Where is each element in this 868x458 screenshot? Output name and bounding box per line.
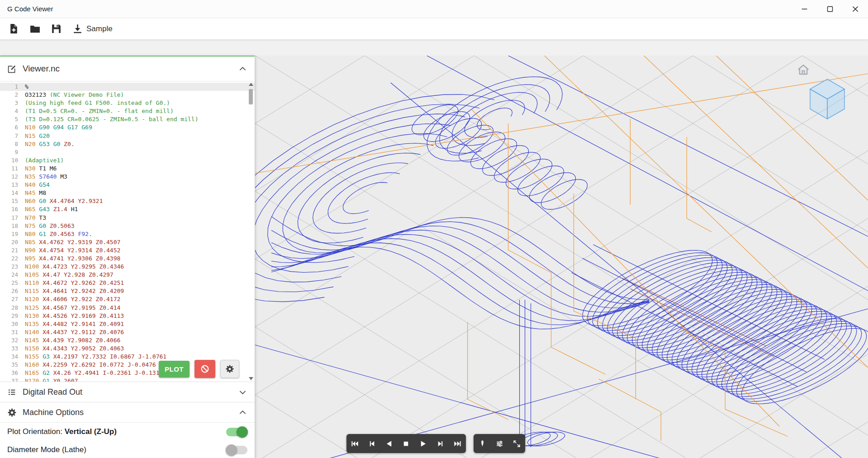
skip-start-icon — [351, 439, 359, 448]
line-number: 1 — [0, 83, 25, 91]
view-cube[interactable] — [805, 75, 850, 120]
plot-controls: PLOT — [159, 360, 239, 378]
line-number: 29 — [0, 312, 25, 320]
code-line[interactable]: 30N135 X4.4482 Y2.9141 Z0.4091 — [0, 320, 255, 328]
code-line[interactable]: 33N150 X4.4343 Y2.9052 Z0.4063 — [0, 345, 255, 353]
maximize-button[interactable] — [817, 0, 843, 18]
line-number: 34 — [0, 353, 25, 361]
code-line[interactable]: 22N95 X4.4741 Y2.9306 Z0.4398 — [0, 255, 255, 263]
code-line[interactable]: 20N85 X4.4762 Y2.9319 Z0.4507 — [0, 238, 255, 246]
skip-start-button[interactable] — [349, 435, 361, 452]
code-line[interactable]: 31N140 X4.4437 Y2.9112 Z0.4076 — [0, 328, 255, 336]
open-file-button[interactable] — [27, 20, 43, 37]
folder-icon — [29, 23, 41, 34]
code-line[interactable]: 14N45 M8 — [0, 189, 255, 197]
code-line[interactable]: 5(T3 D=0.125 CR=0.0625 - ZMIN=0.5 - ball… — [0, 115, 255, 123]
minimize-button[interactable] — [792, 0, 817, 18]
code-line[interactable]: 19N80 G1 Z0.4563 F92. — [0, 230, 255, 238]
expand-dro-chevron-icon[interactable] — [238, 387, 247, 397]
line-number: 4 — [0, 107, 25, 115]
step-forward-icon — [436, 439, 445, 448]
skip-end-button[interactable] — [451, 435, 464, 452]
code-line[interactable]: 9 — [0, 148, 255, 156]
line-number: 36 — [0, 369, 25, 377]
plot-orientation-toggle[interactable] — [226, 428, 247, 436]
code-text: N160 X4.2259 Y2.6292 I0.0772 J-0.0476 — [25, 361, 156, 369]
plot-settings-button[interactable] — [220, 360, 239, 378]
fullscreen-button[interactable] — [510, 435, 523, 452]
code-line[interactable]: 10(Adaptive1) — [0, 156, 255, 165]
line-number: 35 — [0, 361, 25, 369]
scroll-down-arrow-icon[interactable] — [249, 377, 253, 380]
save-button[interactable] — [48, 20, 65, 37]
code-line[interactable]: 6N10 G90 G94 G17 G69 — [0, 123, 255, 132]
line-number: 17 — [0, 214, 25, 222]
code-line[interactable]: 27N120 X4.4606 Y2.922 Z0.4172 — [0, 295, 255, 303]
show-tool-button[interactable] — [476, 435, 489, 452]
machine-options-header[interactable]: Machine Options — [0, 402, 255, 423]
line-number: 8 — [0, 140, 25, 148]
code-text: (T1 D=0.5 CR=0. - ZMIN=0. - flat end mil… — [25, 107, 174, 115]
line-number: 22 — [0, 255, 25, 263]
code-line[interactable]: 21N90 X4.4754 Y2.9314 Z0.4452 — [0, 246, 255, 255]
code-line[interactable]: 4(T1 D=0.5 CR=0. - ZMIN=0. - flat end mi… — [0, 107, 255, 115]
code-line[interactable]: 15N60 G0 X4.4764 Y2.9321 — [0, 197, 255, 205]
scrollbar-thumb[interactable] — [249, 89, 253, 104]
code-line[interactable]: 7N15 G20 — [0, 132, 255, 140]
line-number: 19 — [0, 230, 25, 238]
code-line[interactable]: 1% — [0, 83, 255, 91]
code-line[interactable]: 8N20 G53 G0 Z0. — [0, 140, 255, 148]
code-line[interactable]: 25N110 X4.4672 Y2.9262 Z0.4251 — [0, 279, 255, 287]
code-line[interactable]: 16N65 G43 Z1.4 H1 — [0, 205, 255, 213]
sample-button[interactable]: Sample — [69, 20, 115, 37]
diameter-mode-toggle[interactable] — [226, 446, 247, 454]
code-text: N115 X4.4641 Y2.9242 Z0.4209 — [25, 287, 124, 295]
code-line[interactable]: 32N145 X4.439 Y2.9082 Z0.4066 — [0, 336, 255, 345]
step-forward-button[interactable] — [434, 435, 446, 452]
toolpath-canvas — [255, 56, 868, 458]
code-line[interactable]: 26N115 X4.4641 Y2.9242 Z0.4209 — [0, 287, 255, 295]
code-text: N65 G43 Z1.4 H1 — [25, 205, 78, 213]
scroll-up-arrow-icon[interactable] — [249, 83, 253, 86]
play-button[interactable] — [417, 435, 430, 452]
code-line[interactable]: 13N40 G54 — [0, 181, 255, 189]
line-number: 26 — [0, 287, 25, 295]
code-line[interactable]: 24N105 X4.47 Y2.928 Z0.4297 — [0, 271, 255, 279]
collapse-editor-chevron-icon[interactable] — [238, 64, 247, 74]
stop-plot-button[interactable] — [194, 360, 215, 378]
minimize-icon — [800, 4, 810, 14]
sliders-icon — [495, 439, 504, 448]
code-line[interactable]: 29N130 X4.4526 Y2.9169 Z0.4113 — [0, 312, 255, 320]
machine-options-title: Machine Options — [23, 408, 84, 417]
code-lines[interactable]: 1%2O32123 (NC Viewer Demo File)3(Using h… — [0, 83, 255, 382]
code-line[interactable]: 3(Using high feed G1 F500. instead of G0… — [0, 99, 255, 107]
code-text: N90 X4.4754 Y2.9314 Z0.4452 — [25, 246, 120, 255]
collapse-machine-options-chevron-icon[interactable] — [238, 408, 247, 417]
code-line[interactable]: 28N125 X4.4567 Y2.9195 Z0.414 — [0, 304, 255, 312]
new-file-button[interactable] — [5, 20, 22, 37]
skip-end-icon — [453, 439, 462, 448]
line-number: 21 — [0, 246, 25, 255]
code-line[interactable]: 11N30 T1 M6 — [0, 165, 255, 173]
digital-read-out-header[interactable]: Digital Read Out — [0, 382, 255, 402]
step-back-button[interactable] — [366, 435, 379, 452]
reverse-play-button[interactable] — [383, 435, 395, 452]
code-line[interactable]: 17N70 T3 — [0, 214, 255, 222]
code-text: N155 G3 X4.2197 Y2.7332 I0.6867 J-1.0761 — [25, 353, 166, 361]
code-line[interactable]: 18N75 G0 Z0.5063 — [0, 222, 255, 230]
code-line[interactable]: 23N100 X4.4723 Y2.9295 Z0.4346 — [0, 263, 255, 271]
plot-button[interactable]: PLOT — [159, 361, 190, 378]
plot-viewport[interactable] — [255, 56, 868, 458]
editor-scrollbar[interactable] — [248, 83, 254, 380]
tool-icon — [478, 439, 487, 448]
close-button[interactable] — [843, 0, 868, 18]
code-line[interactable]: 12N35 S7640 M3 — [0, 173, 255, 181]
file-header[interactable]: Viewer.nc — [0, 56, 255, 81]
line-number: 27 — [0, 295, 25, 303]
code-text: N150 X4.4343 Y2.9052 Z0.4063 — [25, 345, 124, 353]
code-line[interactable]: 2O32123 (NC Viewer Demo File) — [0, 91, 255, 99]
code-text: (Using high feed G1 F500. instead of G0.… — [25, 99, 170, 107]
code-editor[interactable]: 1%2O32123 (NC Viewer Demo File)3(Using h… — [0, 81, 255, 382]
display-options-button[interactable] — [493, 435, 506, 452]
stop-button[interactable] — [400, 435, 413, 452]
